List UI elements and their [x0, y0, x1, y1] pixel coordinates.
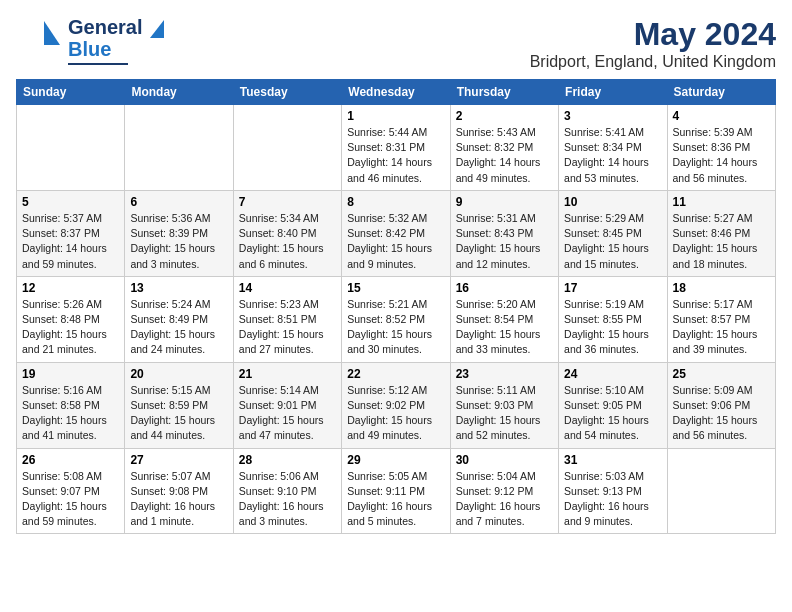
calendar-cell: 19Sunrise: 5:16 AMSunset: 8:58 PMDayligh… — [17, 362, 125, 448]
calendar-cell — [125, 105, 233, 191]
day-info: Sunrise: 5:44 AMSunset: 8:31 PMDaylight:… — [347, 125, 444, 186]
calendar-cell: 15Sunrise: 5:21 AMSunset: 8:52 PMDayligh… — [342, 276, 450, 362]
day-info: Sunrise: 5:17 AMSunset: 8:57 PMDaylight:… — [673, 297, 770, 358]
calendar-cell: 13Sunrise: 5:24 AMSunset: 8:49 PMDayligh… — [125, 276, 233, 362]
day-info: Sunrise: 5:34 AMSunset: 8:40 PMDaylight:… — [239, 211, 336, 272]
day-info: Sunrise: 5:03 AMSunset: 9:13 PMDaylight:… — [564, 469, 661, 530]
day-number: 25 — [673, 367, 770, 381]
day-info: Sunrise: 5:05 AMSunset: 9:11 PMDaylight:… — [347, 469, 444, 530]
calendar-cell: 30Sunrise: 5:04 AMSunset: 9:12 PMDayligh… — [450, 448, 558, 534]
day-number: 4 — [673, 109, 770, 123]
day-info: Sunrise: 5:29 AMSunset: 8:45 PMDaylight:… — [564, 211, 661, 272]
day-info: Sunrise: 5:06 AMSunset: 9:10 PMDaylight:… — [239, 469, 336, 530]
calendar-cell: 2Sunrise: 5:43 AMSunset: 8:32 PMDaylight… — [450, 105, 558, 191]
calendar-cell: 26Sunrise: 5:08 AMSunset: 9:07 PMDayligh… — [17, 448, 125, 534]
page-header: General Blue May 2024 Bridport, England,… — [16, 16, 776, 71]
calendar-cell: 25Sunrise: 5:09 AMSunset: 9:06 PMDayligh… — [667, 362, 775, 448]
day-number: 31 — [564, 453, 661, 467]
calendar-cell: 21Sunrise: 5:14 AMSunset: 9:01 PMDayligh… — [233, 362, 341, 448]
day-number: 2 — [456, 109, 553, 123]
day-number: 9 — [456, 195, 553, 209]
day-number: 8 — [347, 195, 444, 209]
day-info: Sunrise: 5:23 AMSunset: 8:51 PMDaylight:… — [239, 297, 336, 358]
col-header-sunday: Sunday — [17, 80, 125, 105]
day-info: Sunrise: 5:15 AMSunset: 8:59 PMDaylight:… — [130, 383, 227, 444]
day-info: Sunrise: 5:26 AMSunset: 8:48 PMDaylight:… — [22, 297, 119, 358]
calendar-cell: 7Sunrise: 5:34 AMSunset: 8:40 PMDaylight… — [233, 190, 341, 276]
day-info: Sunrise: 5:11 AMSunset: 9:03 PMDaylight:… — [456, 383, 553, 444]
calendar-cell: 11Sunrise: 5:27 AMSunset: 8:46 PMDayligh… — [667, 190, 775, 276]
day-info: Sunrise: 5:41 AMSunset: 8:34 PMDaylight:… — [564, 125, 661, 186]
day-number: 16 — [456, 281, 553, 295]
calendar-week-4: 26Sunrise: 5:08 AMSunset: 9:07 PMDayligh… — [17, 448, 776, 534]
col-header-wednesday: Wednesday — [342, 80, 450, 105]
calendar-week-2: 12Sunrise: 5:26 AMSunset: 8:48 PMDayligh… — [17, 276, 776, 362]
calendar-cell: 5Sunrise: 5:37 AMSunset: 8:37 PMDaylight… — [17, 190, 125, 276]
day-number: 27 — [130, 453, 227, 467]
col-header-tuesday: Tuesday — [233, 80, 341, 105]
calendar-cell — [667, 448, 775, 534]
day-info: Sunrise: 5:12 AMSunset: 9:02 PMDaylight:… — [347, 383, 444, 444]
day-info: Sunrise: 5:08 AMSunset: 9:07 PMDaylight:… — [22, 469, 119, 530]
svg-marker-2 — [150, 20, 164, 38]
calendar-week-3: 19Sunrise: 5:16 AMSunset: 8:58 PMDayligh… — [17, 362, 776, 448]
day-number: 3 — [564, 109, 661, 123]
col-header-thursday: Thursday — [450, 80, 558, 105]
day-number: 1 — [347, 109, 444, 123]
day-info: Sunrise: 5:10 AMSunset: 9:05 PMDaylight:… — [564, 383, 661, 444]
day-info: Sunrise: 5:32 AMSunset: 8:42 PMDaylight:… — [347, 211, 444, 272]
page-title: May 2024 — [530, 16, 776, 53]
title-block: May 2024 Bridport, England, United Kingd… — [530, 16, 776, 71]
day-number: 11 — [673, 195, 770, 209]
calendar-cell: 9Sunrise: 5:31 AMSunset: 8:43 PMDaylight… — [450, 190, 558, 276]
day-info: Sunrise: 5:39 AMSunset: 8:36 PMDaylight:… — [673, 125, 770, 186]
logo: General Blue — [16, 16, 164, 65]
calendar-cell: 6Sunrise: 5:36 AMSunset: 8:39 PMDaylight… — [125, 190, 233, 276]
logo-triangle-icon — [150, 20, 164, 38]
calendar-week-0: 1Sunrise: 5:44 AMSunset: 8:31 PMDaylight… — [17, 105, 776, 191]
day-number: 29 — [347, 453, 444, 467]
day-number: 7 — [239, 195, 336, 209]
day-number: 5 — [22, 195, 119, 209]
day-info: Sunrise: 5:24 AMSunset: 8:49 PMDaylight:… — [130, 297, 227, 358]
calendar-cell: 22Sunrise: 5:12 AMSunset: 9:02 PMDayligh… — [342, 362, 450, 448]
day-number: 23 — [456, 367, 553, 381]
day-number: 17 — [564, 281, 661, 295]
calendar-cell: 27Sunrise: 5:07 AMSunset: 9:08 PMDayligh… — [125, 448, 233, 534]
day-number: 24 — [564, 367, 661, 381]
day-info: Sunrise: 5:14 AMSunset: 9:01 PMDaylight:… — [239, 383, 336, 444]
calendar-cell: 3Sunrise: 5:41 AMSunset: 8:34 PMDaylight… — [559, 105, 667, 191]
calendar-cell: 31Sunrise: 5:03 AMSunset: 9:13 PMDayligh… — [559, 448, 667, 534]
calendar-table: SundayMondayTuesdayWednesdayThursdayFrid… — [16, 79, 776, 534]
day-number: 21 — [239, 367, 336, 381]
calendar-cell: 12Sunrise: 5:26 AMSunset: 8:48 PMDayligh… — [17, 276, 125, 362]
calendar-cell: 4Sunrise: 5:39 AMSunset: 8:36 PMDaylight… — [667, 105, 775, 191]
col-header-friday: Friday — [559, 80, 667, 105]
day-info: Sunrise: 5:31 AMSunset: 8:43 PMDaylight:… — [456, 211, 553, 272]
day-number: 19 — [22, 367, 119, 381]
col-header-saturday: Saturday — [667, 80, 775, 105]
logo-text-block: General Blue — [68, 16, 164, 65]
calendar-cell: 14Sunrise: 5:23 AMSunset: 8:51 PMDayligh… — [233, 276, 341, 362]
calendar-cell: 28Sunrise: 5:06 AMSunset: 9:10 PMDayligh… — [233, 448, 341, 534]
calendar-cell: 8Sunrise: 5:32 AMSunset: 8:42 PMDaylight… — [342, 190, 450, 276]
day-info: Sunrise: 5:43 AMSunset: 8:32 PMDaylight:… — [456, 125, 553, 186]
day-info: Sunrise: 5:04 AMSunset: 9:12 PMDaylight:… — [456, 469, 553, 530]
day-number: 18 — [673, 281, 770, 295]
calendar-cell: 29Sunrise: 5:05 AMSunset: 9:11 PMDayligh… — [342, 448, 450, 534]
day-number: 6 — [130, 195, 227, 209]
calendar-header-row: SundayMondayTuesdayWednesdayThursdayFrid… — [17, 80, 776, 105]
calendar-cell: 16Sunrise: 5:20 AMSunset: 8:54 PMDayligh… — [450, 276, 558, 362]
logo-icon — [16, 17, 64, 65]
day-info: Sunrise: 5:36 AMSunset: 8:39 PMDaylight:… — [130, 211, 227, 272]
day-number: 12 — [22, 281, 119, 295]
calendar-cell: 10Sunrise: 5:29 AMSunset: 8:45 PMDayligh… — [559, 190, 667, 276]
day-number: 15 — [347, 281, 444, 295]
calendar-cell: 20Sunrise: 5:15 AMSunset: 8:59 PMDayligh… — [125, 362, 233, 448]
day-info: Sunrise: 5:21 AMSunset: 8:52 PMDaylight:… — [347, 297, 444, 358]
day-number: 26 — [22, 453, 119, 467]
logo-general: General — [68, 16, 142, 38]
day-number: 22 — [347, 367, 444, 381]
day-number: 20 — [130, 367, 227, 381]
day-number: 30 — [456, 453, 553, 467]
